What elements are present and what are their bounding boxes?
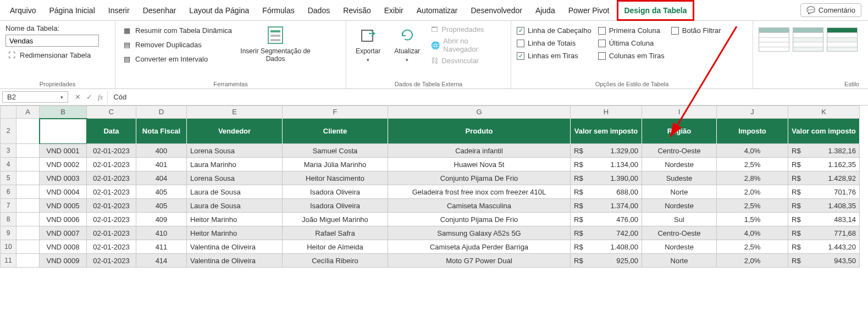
cell[interactable]: Nordeste	[642, 199, 717, 213]
cell[interactable]: 4,0%	[717, 226, 788, 240]
cell[interactable]: 02-01-2023	[87, 158, 136, 171]
cell[interactable]: Geladeira frost free inox com freezer 41…	[388, 185, 571, 199]
cell[interactable]	[16, 226, 40, 240]
cell[interactable]: Norte	[642, 185, 717, 199]
table-header[interactable]: Produto	[388, 119, 571, 144]
col-header-A[interactable]: A	[16, 105, 40, 119]
cell[interactable]: Centro-Oeste	[642, 226, 717, 240]
row-header[interactable]: 4	[0, 158, 16, 171]
cell[interactable]: 02-01-2023	[87, 213, 136, 226]
col-header-F[interactable]: F	[283, 105, 388, 119]
cell[interactable]: R$701,76	[788, 185, 860, 199]
cell[interactable]: 2,5%	[717, 199, 788, 213]
col-header-B[interactable]: B	[40, 105, 87, 119]
col-header-H[interactable]: H	[571, 105, 642, 119]
col-header-I[interactable]: I	[642, 105, 717, 119]
cell[interactable]: Laura de Sousa	[187, 185, 283, 199]
cell[interactable]	[16, 185, 40, 199]
cell[interactable]: Conjunto Pijama De Frio	[388, 213, 571, 226]
cell[interactable]: R$476,00	[571, 213, 642, 226]
cell[interactable]	[16, 119, 40, 144]
cell[interactable]: R$943,50	[788, 254, 860, 268]
insert-slicer-button[interactable]: Inserir Segmentação de Dados	[240, 24, 311, 63]
cell[interactable]: VND 0001	[40, 144, 87, 158]
check-first-col[interactable]: Primeira Coluna	[598, 26, 665, 35]
row-header[interactable]: 3	[0, 144, 16, 158]
cell[interactable]: Sul	[642, 213, 717, 226]
cell[interactable]: Isadora Oliveira	[283, 185, 388, 199]
ribbon-tab-dados[interactable]: Dados	[302, 2, 335, 19]
cell[interactable]: R$925,00	[571, 254, 642, 268]
cell[interactable]: Laura Marinho	[187, 158, 283, 171]
cell[interactable]: 02-01-2023	[87, 185, 136, 199]
check-last-col[interactable]: Última Coluna	[598, 39, 665, 47]
cell[interactable]: Rafael Safra	[283, 226, 388, 240]
cell[interactable]: Camiseta Ajuda Perder Barriga	[388, 240, 571, 254]
cell[interactable]: 02-01-2023	[87, 171, 136, 185]
cell[interactable]: 411	[136, 240, 187, 254]
ribbon-tab-design-da-tabela[interactable]: Design da Tabela	[617, 0, 694, 21]
table-header[interactable]: Imposto	[717, 119, 788, 144]
formula-input[interactable]: Cód	[107, 91, 868, 103]
ribbon-tab-ajuda[interactable]: Ajuda	[530, 2, 561, 19]
comments-button[interactable]: 💬 Comentário	[800, 3, 861, 17]
cell[interactable]: 409	[136, 213, 187, 226]
cell[interactable]: R$1.443,20	[788, 240, 860, 254]
col-header-J[interactable]: J	[717, 105, 788, 119]
cell[interactable]: 02-01-2023	[87, 226, 136, 240]
cell[interactable]: VND 0006	[40, 213, 87, 226]
cell[interactable]: 404	[136, 171, 187, 185]
col-header-C[interactable]: C	[87, 105, 136, 119]
ribbon-tab-desenhar[interactable]: Desenhar	[137, 2, 182, 19]
cell[interactable]: R$1.408,35	[788, 199, 860, 213]
ribbon-tab-power-pivot[interactable]: Power Pivot	[563, 2, 615, 19]
cell[interactable]: 02-01-2023	[87, 254, 136, 268]
cell[interactable]: Huawei Nova 5t	[388, 158, 571, 171]
cell[interactable]: 401	[136, 158, 187, 171]
check-banded-cols[interactable]: Colunas em Tiras	[598, 52, 665, 60]
cell[interactable]: 02-01-2023	[87, 144, 136, 158]
cell[interactable]: 410	[136, 226, 187, 240]
cell[interactable]: Nordeste	[642, 240, 717, 254]
cell[interactable]: 2,0%	[717, 185, 788, 199]
table-header[interactable]: Cliente	[283, 119, 388, 144]
cell[interactable]: VND 0005	[40, 199, 87, 213]
cell[interactable]	[16, 240, 40, 254]
pivot-button[interactable]: ▦Resumir com Tabela Dinâmica	[121, 24, 233, 36]
cell[interactable]	[16, 171, 40, 185]
cell[interactable]: Cecília Ribeiro	[283, 254, 388, 268]
table-header[interactable]: Região	[642, 119, 717, 144]
cell[interactable]: R$1.382,16	[788, 144, 860, 158]
cell[interactable]: Heitor Marinho	[187, 213, 283, 226]
cell[interactable]: R$1.329,00	[571, 144, 642, 158]
row-header[interactable]: 11	[0, 254, 16, 268]
check-filter-btn[interactable]: Botão Filtrar	[671, 26, 721, 35]
row-header[interactable]: 2	[0, 119, 16, 144]
cell[interactable]: VND 0003	[40, 171, 87, 185]
table-header[interactable]: Vendedor	[187, 119, 283, 144]
check-header-row[interactable]: ✓Linha de Cabeçalho	[517, 26, 591, 35]
ribbon-tab-revisão[interactable]: Revisão	[338, 2, 377, 19]
cell[interactable]: Sudeste	[642, 171, 717, 185]
cell[interactable]: 4,0%	[717, 144, 788, 158]
fx-icon[interactable]: fx	[98, 93, 103, 102]
cell[interactable]: Camiseta Masculina	[388, 199, 571, 213]
export-button[interactable]: Exportar▾	[352, 24, 384, 63]
row-header[interactable]: 6	[0, 185, 16, 199]
ribbon-tab-arquivo[interactable]: Arquivo	[4, 2, 41, 19]
ribbon-tab-desenvolvedor[interactable]: Desenvolvedor	[465, 2, 527, 19]
cell[interactable]: Norte	[642, 254, 717, 268]
table-header[interactable]: Valor sem imposto	[571, 119, 642, 144]
check-banded-rows[interactable]: ✓Linhas em Tiras	[517, 52, 591, 60]
cell[interactable]: Moto G7 Power Dual	[388, 254, 571, 268]
cell[interactable]: Valentina de Oliveira	[187, 254, 283, 268]
cell[interactable]: 400	[136, 144, 187, 158]
cell[interactable]: R$771,68	[788, 226, 860, 240]
cell[interactable]: Samuel Costa	[283, 144, 388, 158]
select-all-corner[interactable]	[0, 105, 16, 119]
row-header[interactable]: 8	[0, 213, 16, 226]
table-header[interactable]: Nota Fiscal	[136, 119, 187, 144]
col-header-D[interactable]: D	[136, 105, 187, 119]
cell[interactable]: 02-01-2023	[87, 199, 136, 213]
resize-table-button[interactable]: ⛶ Redimensionar Tabela	[5, 49, 92, 61]
